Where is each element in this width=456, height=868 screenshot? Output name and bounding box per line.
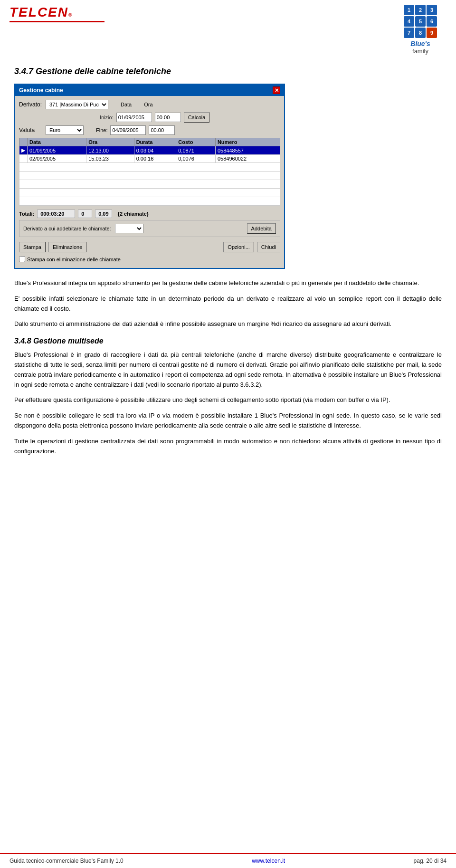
calls-table: Data Ora Durata Costo Numero ▶ 01/09/200… bbox=[19, 138, 280, 206]
badge-grid: 1 2 3 4 5 6 7 8 9 bbox=[404, 5, 437, 38]
badge-cell-7: 7 bbox=[404, 28, 414, 38]
row-ora: 12.13.00 bbox=[86, 146, 134, 155]
table-row-empty bbox=[19, 172, 280, 180]
totali-label: Totali: bbox=[19, 211, 34, 217]
paragraph-4: Blue's Professional è in grado di raccog… bbox=[14, 350, 442, 390]
table-row-empty bbox=[19, 189, 280, 197]
inizio-time-input[interactable] bbox=[155, 113, 181, 122]
footer-left: Guida tecnico-commerciale Blue's Family … bbox=[10, 858, 124, 864]
paragraph-1: Blue's Professional integra un apposito … bbox=[14, 278, 442, 288]
row-arrow: ▶ bbox=[19, 146, 28, 155]
logo-line bbox=[10, 21, 104, 22]
inizio-row: Inizio: Calcola bbox=[100, 112, 280, 123]
valuta-select[interactable]: Euro bbox=[46, 125, 84, 135]
badge-label: Blue's family bbox=[410, 40, 430, 55]
stampa-checkbox-label: Stampa con eliminazione delle chiamate bbox=[27, 257, 121, 262]
section-heading-347: 3.4.7 Gestione delle cabine telefoniche bbox=[14, 67, 442, 76]
calcola-button[interactable]: Calcola bbox=[184, 112, 210, 123]
paragraph-6: Se non è possibile collegare le sedi tra… bbox=[14, 411, 442, 431]
paragraph-7: Tutte le operazioni di gestione centrali… bbox=[14, 437, 442, 457]
badge-cell-3: 3 bbox=[427, 5, 437, 15]
col-arrow bbox=[19, 138, 28, 146]
col-durata: Durata bbox=[134, 138, 176, 146]
row-costo: 0,0871 bbox=[176, 146, 216, 155]
valuta-row: Valuta Euro Fine: bbox=[19, 125, 280, 135]
paragraph-5: Per effettuare questa configurazione è p… bbox=[14, 395, 442, 405]
inizio-label: Inizio: bbox=[100, 114, 114, 120]
badge-cell-2: 2 bbox=[415, 5, 426, 15]
totali-chiamate: {2 chiamate} bbox=[118, 211, 149, 217]
page-header: TELCEN ® 1 2 3 4 5 6 7 8 9 Blue's family bbox=[0, 0, 456, 59]
row-durata: 0.03.04 bbox=[134, 146, 176, 155]
addebita-button[interactable]: Addebita bbox=[247, 223, 276, 234]
dialog-actions: Stampa Eliminazione Opzioni... Chiudi bbox=[19, 240, 280, 254]
row-data: 01/09/2005 bbox=[28, 146, 86, 155]
badge-cell-6: 6 bbox=[427, 16, 437, 27]
stampa-checkbox[interactable] bbox=[19, 256, 25, 262]
fine-time-input[interactable] bbox=[149, 125, 175, 135]
col-costo: Costo bbox=[176, 138, 216, 146]
table-row-empty bbox=[19, 197, 280, 206]
totali-durata: 000:03:20 bbox=[37, 210, 75, 218]
table-row-empty bbox=[19, 163, 280, 172]
col-ora: Ora bbox=[86, 138, 134, 146]
footer-center: www.telcen.it bbox=[252, 858, 285, 864]
logo-text: TELCEN bbox=[10, 5, 68, 20]
paragraph-2: E' possibile infatti selezionare le chia… bbox=[14, 294, 442, 314]
row-data: 02/09/2005 bbox=[28, 155, 86, 163]
stampa-button[interactable]: Stampa bbox=[19, 242, 46, 252]
stampa-checkbox-row: Stampa con eliminazione delle chiamate bbox=[19, 254, 280, 264]
addebita-row: Derivato a cui addebitare le chiamate: A… bbox=[23, 223, 276, 234]
paragraph-3: Dallo strumento di amministrazione dei d… bbox=[14, 319, 442, 329]
footer-right: pag. 20 di 34 bbox=[414, 858, 446, 864]
row-durata: 0.00.16 bbox=[134, 155, 176, 163]
addebita-section: Derivato a cui addebitare le chiamate: A… bbox=[19, 220, 280, 237]
close-button[interactable]: ✕ bbox=[273, 86, 280, 94]
opzioni-button[interactable]: Opzioni... bbox=[223, 242, 254, 252]
col-data: Data bbox=[28, 138, 86, 146]
addebita-label: Derivato a cui addebitare le chiamate: bbox=[23, 226, 111, 231]
derivato-select[interactable]: 371 [Massimo Di Puc bbox=[46, 100, 108, 109]
valuta-label: Valuta bbox=[19, 127, 43, 134]
dialog-titlebar: Gestione cabine ✕ bbox=[15, 85, 284, 96]
dialog-body: Derivato: 371 [Massimo Di Puc Data Ora I… bbox=[15, 96, 284, 268]
table-row[interactable]: 02/09/2005 15.03.23 0.00.16 0,0076 05849… bbox=[19, 155, 280, 163]
col-numero: Numero bbox=[215, 138, 280, 146]
totals-row: Totali: 000:03:20 0 0,09 {2 chiamate} bbox=[19, 208, 280, 220]
fine-date-input[interactable] bbox=[110, 125, 146, 135]
logo-registered: ® bbox=[68, 12, 72, 18]
section-heading-348: 3.4.8 Gestione multisede bbox=[14, 337, 442, 345]
blue-family-badge: 1 2 3 4 5 6 7 8 9 Blue's family bbox=[394, 5, 446, 55]
dialog-title: Gestione cabine bbox=[19, 87, 63, 94]
badge-cell-8: 8 bbox=[415, 28, 426, 38]
totali-importo: 0,09 bbox=[95, 210, 112, 218]
data-header-label: Data bbox=[121, 102, 132, 107]
derivato-row: Derivato: 371 [Massimo Di Puc Data Ora bbox=[19, 100, 280, 109]
badge-cell-5: 5 bbox=[415, 16, 426, 27]
row-ora: 15.03.23 bbox=[86, 155, 134, 163]
badge-cell-9: 9 bbox=[427, 28, 437, 38]
row-costo: 0,0076 bbox=[176, 155, 216, 163]
inizio-date-input[interactable] bbox=[116, 113, 152, 122]
ora-header-label: Ora bbox=[144, 102, 152, 107]
badge-blue-text: Blue's bbox=[410, 40, 430, 48]
badge-cell-1: 1 bbox=[404, 5, 414, 15]
table-row[interactable]: ▶ 01/09/2005 12.13.00 0.03.04 0,0871 058… bbox=[19, 146, 280, 155]
page-footer: Guida tecnico-commerciale Blue's Family … bbox=[0, 853, 456, 868]
dialog-window: Gestione cabine ✕ Derivato: 371 [Massimo… bbox=[14, 84, 285, 269]
chiudi-button[interactable]: Chiudi bbox=[257, 242, 280, 252]
row-arrow bbox=[19, 155, 28, 163]
fine-label: Fine: bbox=[96, 127, 107, 133]
telcen-logo: TELCEN ® bbox=[10, 5, 104, 22]
main-content: 3.4.7 Gestione delle cabine telefoniche … bbox=[0, 59, 456, 500]
badge-cell-4: 4 bbox=[404, 16, 414, 27]
addebita-select[interactable] bbox=[115, 224, 143, 233]
row-numero: 0584960022 bbox=[215, 155, 280, 163]
eliminazione-button[interactable]: Eliminazione bbox=[48, 242, 86, 252]
footer-url[interactable]: www.telcen.it bbox=[252, 858, 285, 864]
badge-family-label: family bbox=[410, 48, 430, 55]
derivato-label: Derivato: bbox=[19, 101, 43, 108]
totali-costo: 0 bbox=[78, 210, 92, 218]
table-row-empty bbox=[19, 180, 280, 189]
row-numero: 058448557 bbox=[215, 146, 280, 155]
